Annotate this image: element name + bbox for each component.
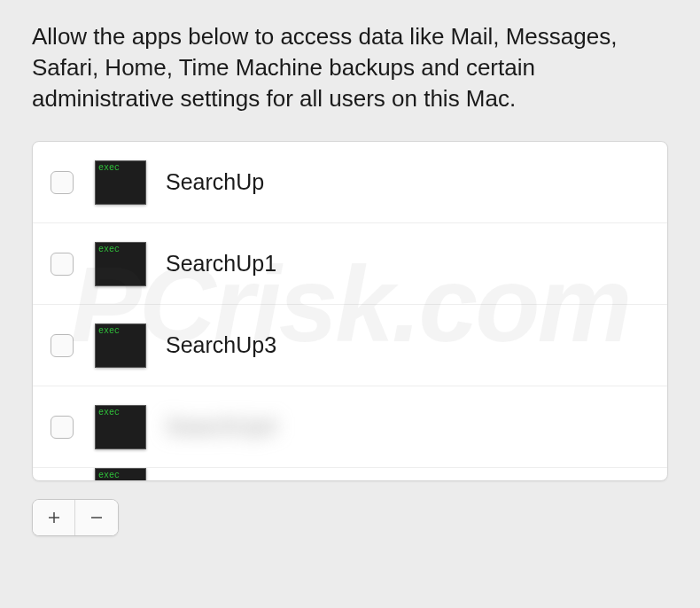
exec-terminal-icon: exec <box>95 405 146 449</box>
app-icon: exec <box>95 405 146 449</box>
app-name-label: SearchUp3 <box>166 332 276 358</box>
permission-checkbox[interactable] <box>51 416 74 439</box>
permission-checkbox[interactable] <box>51 253 74 276</box>
remove-button[interactable] <box>75 500 118 535</box>
app-row-partial: exec <box>33 468 667 480</box>
permission-checkbox[interactable] <box>51 334 74 357</box>
app-permissions-list: exec SearchUp exec SearchUp1 exec Search… <box>32 141 668 481</box>
exec-terminal-icon: exec <box>95 160 146 205</box>
permission-description: Allow the apps below to access data like… <box>0 0 700 130</box>
exec-terminal-icon: exec <box>95 468 146 480</box>
app-row[interactable]: exec SearchUp4 <box>33 386 667 468</box>
list-edit-buttons <box>32 499 119 536</box>
app-icon: exec <box>95 242 146 286</box>
app-icon: exec <box>95 323 146 368</box>
exec-icon-label: exec <box>98 326 120 336</box>
app-name-label: SearchUp4 <box>166 414 276 440</box>
exec-terminal-icon: exec <box>95 323 146 368</box>
add-button[interactable] <box>33 500 75 535</box>
exec-icon-label: exec <box>98 471 120 480</box>
app-row[interactable]: exec SearchUp1 <box>33 223 667 305</box>
plus-icon <box>46 510 62 526</box>
minus-icon <box>89 510 105 526</box>
app-row[interactable]: exec SearchUp <box>33 142 667 223</box>
exec-icon-label: exec <box>98 163 120 173</box>
app-name-label: SearchUp <box>166 169 264 195</box>
permission-checkbox[interactable] <box>51 171 74 194</box>
app-row[interactable]: exec SearchUp3 <box>33 305 667 386</box>
exec-icon-label: exec <box>98 245 120 254</box>
app-icon: exec <box>95 160 146 205</box>
exec-icon-label: exec <box>98 408 120 417</box>
exec-terminal-icon: exec <box>95 242 146 286</box>
app-name-label: SearchUp1 <box>166 251 276 277</box>
